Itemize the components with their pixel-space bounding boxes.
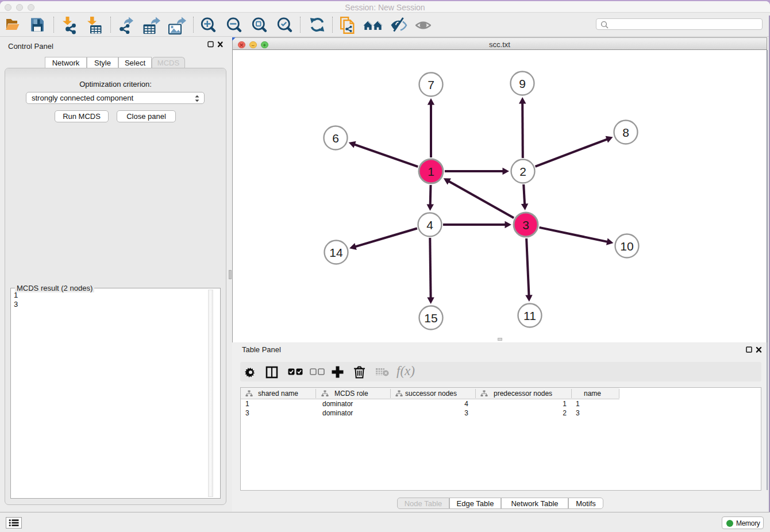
svg-text:4: 4 [426,218,433,232]
svg-text:3: 3 [522,218,529,232]
svg-text:11: 11 [523,309,536,322]
svg-text:10: 10 [620,240,633,253]
svg-text:9: 9 [519,77,526,90]
svg-text:15: 15 [424,311,437,325]
svg-text:7: 7 [428,78,434,91]
svg-text:1: 1 [428,165,434,178]
svg-text:6: 6 [332,132,339,145]
svg-text:2: 2 [519,165,526,178]
svg-text:8: 8 [622,126,629,139]
svg-text:14: 14 [329,246,343,259]
